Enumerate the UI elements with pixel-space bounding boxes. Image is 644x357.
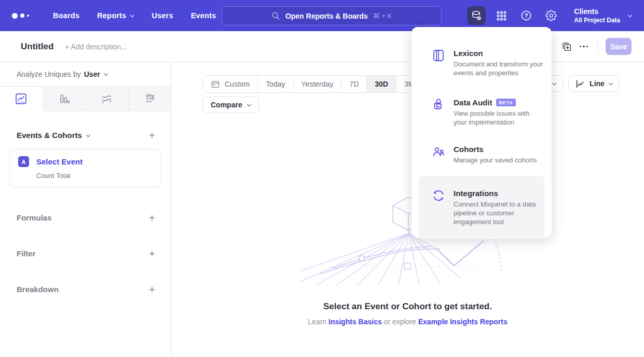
date-range-custom[interactable]: Custom (203, 76, 257, 92)
global-search-input[interactable]: Open Reports & Boards ⌘ + K (222, 6, 442, 25)
tab-metrics-grid[interactable] (128, 87, 171, 111)
navbar-right: ? Clients All Project Data (467, 0, 644, 31)
events-cohorts-header: Events & Cohorts + (0, 130, 171, 141)
chart-area: Custom Today Yesterday 7D 30D 3M 6M Comp… (171, 62, 644, 357)
nav-item-boards[interactable]: Boards (44, 6, 88, 25)
event-measure-dropdown[interactable]: Count Total (36, 172, 153, 180)
analyze-by-dropdown[interactable]: User (84, 70, 107, 78)
search-shortcut: ⌘ + K (373, 12, 392, 20)
filter-section: Filter + (0, 248, 171, 259)
formulas-label: Formulas (17, 213, 52, 222)
chevron-down-icon (628, 12, 632, 17)
description-placeholder[interactable]: + Add description... (65, 43, 127, 51)
chevron-down-icon (86, 133, 90, 137)
nav-item-reports[interactable]: Reports (88, 6, 143, 25)
gear-icon (545, 10, 557, 21)
tab-line-chart[interactable] (0, 87, 43, 111)
tab-flow-chart[interactable] (85, 87, 128, 111)
data-audit-icon (432, 98, 445, 127)
nav-item-events[interactable]: Events (182, 6, 225, 25)
data-management-menu: Lexicon Document and transform your even… (412, 27, 552, 238)
integrations-sync-icon (432, 189, 445, 226)
date-range-7d[interactable]: 7D (341, 76, 366, 92)
chevron-down-icon (552, 80, 556, 85)
project-switcher[interactable]: Clients All Project Data (574, 7, 632, 24)
lexicon-book-icon (432, 49, 445, 77)
database-gear-icon (471, 10, 483, 22)
add-formula-button[interactable]: + (149, 212, 155, 223)
chevron-down-icon (104, 71, 108, 75)
menu-item-integrations[interactable]: Integrations Connect Mixpanel to a data … (419, 176, 544, 239)
project-name: All Project Data (574, 17, 620, 24)
search-placeholder: Open Reports & Boards (285, 12, 368, 20)
add-breakdown-button[interactable]: + (149, 284, 155, 295)
report-title[interactable]: Untitled (21, 42, 53, 52)
insights-basics-link[interactable]: Insights Basics (328, 318, 382, 326)
apps-grid-icon (496, 10, 507, 21)
chart-type-tabs (0, 86, 171, 111)
svg-text:?: ? (525, 12, 528, 19)
top-navbar: Boards Reports Users Events Open Reports… (0, 0, 644, 31)
add-event-button[interactable]: + (149, 130, 155, 141)
menu-item-lexicon[interactable]: Lexicon Document and transform your even… (419, 49, 544, 77)
flow-waves-icon (101, 93, 113, 105)
date-range-30d[interactable]: 30D (366, 76, 396, 92)
nav-links: Boards Reports Users Events (44, 6, 225, 25)
menu-item-cohorts[interactable]: Cohorts Manage your saved cohorts (419, 145, 544, 164)
duplicate-report-button[interactable] (557, 38, 575, 56)
chevron-down-icon (246, 102, 251, 106)
data-management-button[interactable] (467, 6, 486, 25)
cohorts-people-icon (432, 145, 445, 164)
settings-button[interactable] (542, 6, 560, 25)
beta-badge: BETA (496, 99, 515, 106)
chart-type-dropdown[interactable]: Line (568, 75, 619, 92)
chevron-down-icon (609, 80, 613, 85)
search-icon (271, 11, 280, 20)
compare-dropdown[interactable]: Compare (202, 97, 259, 113)
help-icon: ? (520, 10, 532, 21)
chevron-down-icon (130, 12, 134, 17)
filter-label: Filter (17, 249, 36, 258)
menu-item-data-audit[interactable]: Data Audit BETA View possible issues wit… (419, 98, 544, 127)
mixpanel-logo-icon[interactable] (12, 13, 33, 19)
formulas-section: Formulas + (0, 212, 171, 223)
tab-bar-chart[interactable] (43, 87, 86, 111)
ellipsis-icon (580, 46, 588, 48)
nav-item-users[interactable]: Users (143, 6, 182, 25)
duplicate-icon (561, 41, 572, 52)
divider (598, 39, 598, 54)
date-range-today[interactable]: Today (257, 76, 293, 92)
apps-grid-button[interactable] (492, 6, 511, 25)
empty-state-heading: Select an Event or Cohort to get started… (171, 301, 644, 312)
events-cohorts-dropdown[interactable]: Events & Cohorts (17, 131, 90, 140)
query-builder-sidebar: Analyze Uniques by User (0, 62, 171, 357)
example-insights-reports-link[interactable]: Example Insights Reports (418, 318, 508, 326)
help-button[interactable]: ? (517, 6, 536, 25)
analyze-row: Analyze Uniques by User (0, 62, 171, 86)
analyze-label: Analyze Uniques by (17, 70, 81, 78)
dots-grid-icon (144, 93, 156, 105)
event-series-badge: A (18, 156, 29, 167)
bar-chart-icon (58, 93, 70, 105)
select-event-button[interactable]: Select Event (36, 157, 83, 166)
add-filter-button[interactable]: + (149, 248, 155, 259)
date-range-yesterday[interactable]: Yesterday (293, 76, 341, 92)
breakdown-section: Breakdown + (0, 284, 171, 295)
event-card[interactable]: A Select Event Count Total (9, 149, 161, 187)
empty-state-subtext: Learn Insights Basics or explore Example… (171, 318, 644, 326)
line-chart-icon (15, 93, 27, 105)
calendar-icon (211, 79, 220, 89)
save-button[interactable]: Save (606, 38, 632, 55)
breakdown-label: Breakdown (17, 285, 59, 294)
org-name: Clients (574, 7, 620, 16)
line-chart-icon (575, 79, 585, 89)
more-options-button[interactable] (575, 38, 593, 56)
